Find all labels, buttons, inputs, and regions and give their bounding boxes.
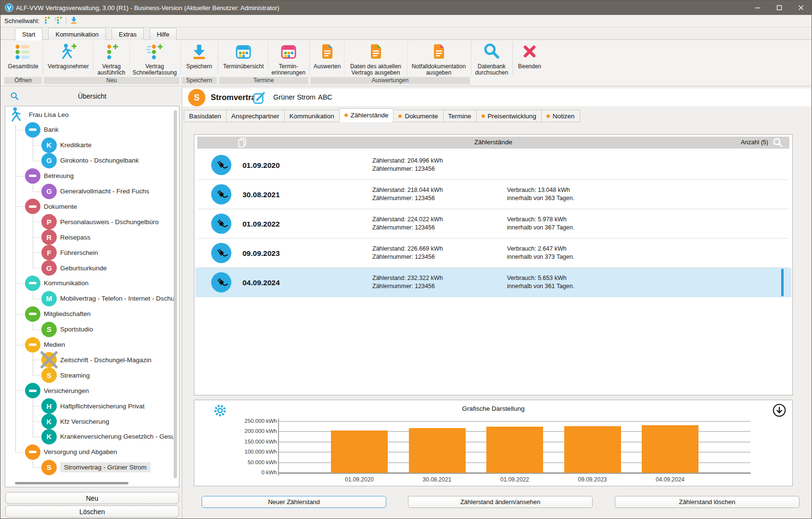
y-axis-tick-label: 100.000 kWh bbox=[239, 449, 277, 455]
ribbon-button-auswerten[interactable]: Auswerten bbox=[310, 41, 344, 76]
action-button-neuer-zählerstand[interactable]: Neuer Zählerstand bbox=[202, 496, 386, 508]
ribbon-group-divider bbox=[43, 41, 43, 75]
meter-reading-row[interactable]: 04.09.2024Zählerstand: 232.322 kWhZähler… bbox=[195, 268, 791, 297]
tab-notification-dot bbox=[344, 114, 348, 117]
quick-new-contract-icon[interactable] bbox=[43, 16, 51, 26]
quick-save-icon[interactable] bbox=[70, 16, 78, 26]
menu-tab-hilfe[interactable]: Hilfe bbox=[150, 28, 177, 40]
meter-reading-row[interactable]: 09.09.2023Zählerstand: 226.669 kWhZähler… bbox=[195, 239, 791, 268]
tree-connector-stub bbox=[33, 161, 42, 161]
tree-item-haftpflichtversicherung-privat[interactable]: HHaftpflichtversicherung Privat bbox=[41, 398, 145, 414]
tree-item-kommunikation[interactable]: Kommunikation bbox=[25, 276, 89, 291]
sidebar-delete-button[interactable]: Löschen bbox=[5, 506, 179, 518]
tab-kommunikation[interactable]: Kommunikation bbox=[284, 110, 340, 122]
maximize-button[interactable] bbox=[768, 0, 790, 15]
power-plug-icon bbox=[211, 214, 231, 234]
tree-item-label: Bank bbox=[44, 126, 59, 133]
tab-ansprechpartner[interactable]: Ansprechpartner bbox=[226, 110, 285, 122]
reading-date: 04.09.2024 bbox=[242, 268, 280, 297]
meter-reading-row[interactable]: 01.09.2022Zählerstand: 224.022 kWhZähler… bbox=[195, 209, 791, 239]
ribbon-button-vertrag[interactable]: Vertrag Schnellerfassung bbox=[129, 41, 179, 76]
collapse-minus-icon[interactable] bbox=[25, 276, 40, 291]
ribbon-button-label: Vertrag Schnellerfassung bbox=[132, 63, 177, 76]
tab-termine[interactable]: Termine bbox=[443, 110, 477, 122]
ribbon-group-divider bbox=[309, 41, 310, 75]
action-button-zählerstand-löschen[interactable]: Zählerstand löschen bbox=[615, 496, 799, 508]
tree-item-reisepass[interactable]: RReisepass bbox=[41, 229, 90, 245]
tree-item-stromvertrag-grüner-strom[interactable]: SStromvertrag - Grüner Strom bbox=[41, 460, 151, 475]
power-plug-icon bbox=[211, 155, 231, 175]
ribbon-button-vertragsnehmer[interactable]: Vertragsnehmer bbox=[44, 41, 93, 76]
ribbon-button-datenbank[interactable]: Datenbank durchsuchen bbox=[472, 41, 511, 76]
tree-item-krankenversicherung-gesetzlich-gesu[interactable]: KKrankenversicherung Gesetzlich - Gesu bbox=[41, 429, 175, 444]
contract-name: Grüner Strom bbox=[273, 93, 316, 101]
menu-tab-kommunikation[interactable]: Kommunikation bbox=[48, 28, 106, 40]
consumption-values: Verbrauch: 5.653 kWhinnerhalb von 361 Ta… bbox=[507, 274, 574, 291]
reading-date: 09.09.2023 bbox=[242, 239, 280, 268]
sidebar-new-button[interactable]: Neu bbox=[5, 492, 179, 504]
tree-item-personalausweis-dschungelbüro[interactable]: PPersonalausweis - Dschungelbüro bbox=[41, 214, 159, 229]
tree-item-geburtsurkunde[interactable]: GGeburtsurkunde bbox=[41, 260, 107, 276]
menu-tab-start[interactable]: Start bbox=[15, 28, 42, 40]
action-button-zählerstand-ändern-ansehen[interactable]: Zählerstand ändern/ansehen bbox=[408, 496, 593, 508]
tree-item-sportstudio[interactable]: SSportstudio bbox=[41, 322, 93, 337]
tab-dokumente[interactable]: Dokumente bbox=[393, 110, 443, 122]
collapse-minus-icon[interactable] bbox=[25, 383, 40, 398]
minimize-button[interactable] bbox=[747, 0, 768, 15]
ribbon-button-label: Notfalldokumentation ausgeben bbox=[412, 63, 466, 76]
tab-zählerstände[interactable]: Zählerstände bbox=[339, 108, 394, 122]
tab-label: Kommunikation bbox=[290, 113, 334, 120]
ribbon-button-vertrag[interactable]: Vertrag ausführlich bbox=[93, 41, 129, 76]
ribbon-button-terminübersicht[interactable]: Terminübersicht bbox=[219, 41, 268, 76]
tab-notizen[interactable]: Notizen bbox=[541, 110, 580, 122]
tree-item-label: Frau Lisa Leo bbox=[29, 111, 69, 118]
contract-letter-icon: G bbox=[41, 184, 57, 199]
tree-item-versorgung-und-abgaben[interactable]: Versorgung und Abgaben bbox=[25, 444, 117, 460]
ribbon-button-notfalldokumentation[interactable]: Notfalldokumentation ausgeben bbox=[407, 41, 470, 76]
tree-item-bank[interactable]: Bank bbox=[25, 122, 59, 138]
collapse-minus-icon[interactable] bbox=[25, 199, 40, 214]
tab-preisentwicklung[interactable]: Preisentwicklung bbox=[476, 110, 542, 122]
ribbon-button-daten-des-aktuellen[interactable]: Daten des aktuellen Vertrags ausgeben bbox=[344, 41, 407, 76]
tree-vertical-scrollbar[interactable] bbox=[174, 110, 177, 478]
collapse-minus-icon[interactable] bbox=[25, 122, 40, 138]
tree-item-label: Sportstudio bbox=[60, 326, 93, 333]
tree-horizontal-scrollbar[interactable] bbox=[15, 482, 128, 484]
meter-reading-row[interactable]: 01.09.2020Zählerstand: 204.996 kWhZähler… bbox=[195, 151, 791, 180]
ribbon-button-gesamtliste[interactable]: Gesamtliste bbox=[4, 41, 42, 76]
tree-item-mobilvertrag-telefon-internet-dschu[interactable]: MMobilvertrag - Telefon - Internet - Dsc… bbox=[41, 291, 175, 306]
consumption-period: innerhalb von 373 Tagen. bbox=[507, 253, 574, 261]
tree-item-frau-lisa-leo[interactable]: Frau Lisa Leo bbox=[9, 107, 69, 122]
collapse-minus-icon[interactable] bbox=[25, 168, 40, 184]
sidebar-splitter[interactable] bbox=[182, 86, 182, 519]
meter-reading-row[interactable]: 30.08.2021Zählerstand: 218.044 kWhZähler… bbox=[195, 180, 791, 209]
tree-item-versicherungen[interactable]: Versicherungen bbox=[25, 383, 89, 398]
edit-contract-icon[interactable] bbox=[253, 91, 266, 106]
collapse-minus-icon[interactable] bbox=[25, 306, 40, 322]
tree-item-betreuung[interactable]: Betreuung bbox=[25, 168, 74, 184]
tree-item-kfz-versicherung[interactable]: KKfz Versicherung bbox=[41, 414, 109, 429]
tree-item-generalvollmacht-fred-fuchs[interactable]: GGeneralvollmacht - Fred Fuchs bbox=[41, 184, 149, 199]
menu-tab-extras[interactable]: Extras bbox=[112, 28, 144, 40]
tree-item-kreditkarte[interactable]: KKreditkarte bbox=[41, 138, 91, 153]
tree-item-führerschein[interactable]: FFührerschein bbox=[41, 245, 98, 260]
collapse-minus-icon[interactable] bbox=[25, 337, 40, 353]
ribbon-button-speichern[interactable]: Speichern bbox=[181, 41, 217, 76]
tree-item-dokumente[interactable]: Dokumente bbox=[25, 199, 77, 214]
ribbon-button-termin-[interactable]: Termin- erinnerungen bbox=[268, 41, 308, 76]
tree-item-mitgliedschaften[interactable]: Mitgliedschaften bbox=[25, 306, 91, 322]
tab-notification-dot bbox=[398, 114, 402, 118]
ribbon-button-beenden[interactable]: Beenden bbox=[513, 41, 546, 76]
collapse-minus-icon[interactable] bbox=[25, 444, 40, 460]
tree-connector-stub bbox=[33, 191, 42, 192]
quick-fast-contract-icon[interactable] bbox=[54, 16, 63, 26]
tree-item-zeitschrift-dschungel-magazin[interactable]: Zeitschrift - Dschungel-Magazin bbox=[41, 352, 152, 367]
ribbon-group-label: Termine bbox=[219, 77, 308, 84]
tree-item-streaming[interactable]: SStreaming bbox=[41, 367, 90, 383]
chart-collapse-icon[interactable] bbox=[773, 404, 786, 419]
tab-basisdaten[interactable]: Basisdaten bbox=[184, 110, 227, 122]
x-axis-tick-label: 04.09.2024 bbox=[632, 476, 709, 483]
close-button[interactable] bbox=[790, 0, 812, 15]
tree-item-girokonto-dschungelbank[interactable]: GGirokonto - Dschungelbank bbox=[41, 153, 139, 168]
table-search-icon[interactable] bbox=[773, 138, 783, 150]
